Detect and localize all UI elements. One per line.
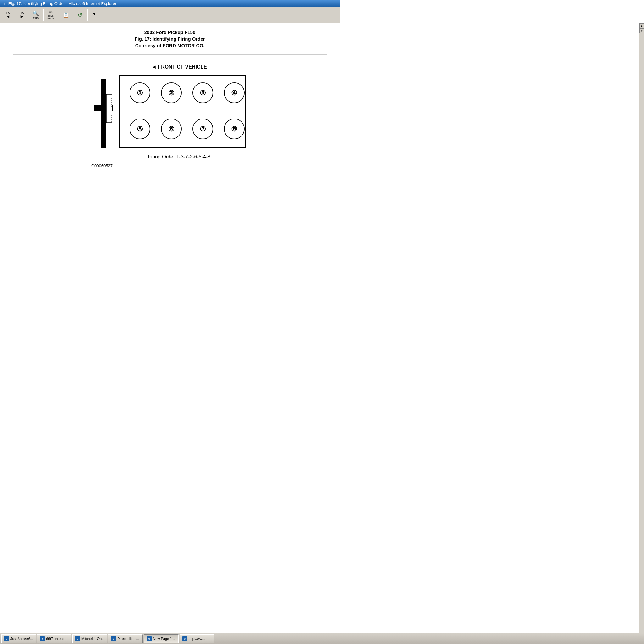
svg-rect-0	[101, 79, 106, 148]
engine-block-svg: ① ② ③ ④ ⑤ ⑥	[116, 72, 248, 151]
btn-find[interactable]: 🔍 FIND	[30, 9, 42, 21]
title-bar-text: n - Fig. 17: Identifying Firing Order - …	[3, 1, 116, 6]
diagram-container: ◄ FRONT OF VEHICLE	[13, 64, 327, 168]
btn-fig-prev[interactable]: FIG ◄	[2, 9, 14, 21]
btn-fig-next[interactable]: FIG ►	[16, 9, 28, 21]
fig-title: Fig. 17: Identifying Firing Order	[13, 36, 327, 42]
svg-text:③: ③	[200, 89, 206, 97]
btn-print[interactable]: 🖨	[87, 9, 100, 21]
svg-text:⑥: ⑥	[168, 125, 175, 133]
btn-note[interactable]: 📋	[60, 9, 72, 21]
content-area: 2002 Ford Pickup F150 Fig. 17: Identifyi…	[0, 23, 340, 328]
divider	[13, 54, 327, 55]
svg-text:①: ①	[137, 89, 143, 97]
diagram-svg-area: ① ② ③ ④ ⑤ ⑥	[91, 72, 248, 151]
diagram-wrapper: ◄ FRONT OF VEHICLE	[91, 64, 248, 168]
svg-text:⑤: ⑤	[137, 125, 143, 133]
courtesy-text: Courtesy of FORD MOTOR CO.	[13, 43, 327, 48]
title-bar: n - Fig. 17: Identifying Firing Order - …	[0, 0, 340, 7]
page-title: 2002 Ford Pickup F150	[13, 30, 327, 35]
svg-text:⑧: ⑧	[231, 125, 237, 133]
btn-hide-show[interactable]: 👁 HIDESHOW	[43, 9, 58, 21]
front-label: ◄ FRONT OF VEHICLE	[110, 64, 248, 70]
btn-refresh[interactable]: ↺	[74, 9, 86, 21]
svg-text:②: ②	[168, 89, 175, 97]
toolbar: FIG ◄ FIG ► 🔍 FIND 👁 HIDESHOW 📋 ↺ 🖨	[0, 7, 340, 23]
part-number: G00060527	[91, 164, 248, 168]
svg-text:④: ④	[231, 89, 237, 97]
firing-order-text: Firing Order 1-3-7-2-6-5-4-8	[110, 154, 248, 160]
engine-mount-svg	[91, 72, 116, 151]
svg-text:⑦: ⑦	[200, 125, 206, 133]
